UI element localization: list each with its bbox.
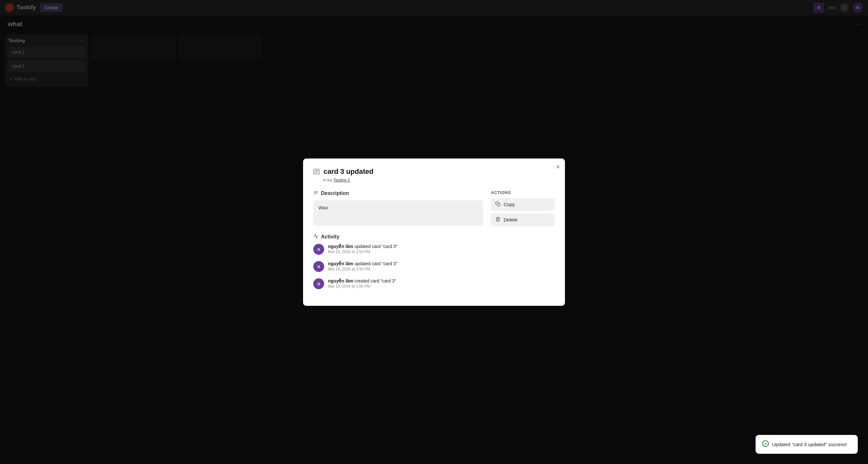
- activity-item-2: n nguyễn lâm updated card "card 3" Mar 1…: [313, 261, 483, 272]
- avatar-3: n: [313, 278, 324, 289]
- delete-label: Delete: [504, 217, 517, 223]
- activity-text-3: nguyễn lâm created card "card 3": [328, 278, 396, 284]
- actions-sidebar: Actions Copy: [491, 190, 555, 296]
- card-detail-modal: × card 3 updated in list Testing 2: [303, 158, 565, 306]
- activity-user: nguyễn lâm: [328, 261, 353, 266]
- activity-content-2: nguyễn lâm updated card "card 3" Mar 10,…: [328, 261, 397, 271]
- description-header: Description: [313, 190, 483, 197]
- avatar-2: n: [313, 261, 324, 272]
- actions-title: Actions: [491, 190, 555, 195]
- modal-main: Description Wao Activity n: [313, 190, 483, 296]
- activity-time-1: Mar 10, 2024 at 1:50 PM: [328, 250, 397, 254]
- toast-message: Updated "card 3 updated" success!: [772, 442, 847, 447]
- modal-close-button[interactable]: ×: [556, 164, 560, 170]
- svg-rect-7: [497, 203, 500, 206]
- modal-body: Description Wao Activity n: [313, 190, 555, 296]
- activity-user: nguyễn lâm: [328, 278, 353, 284]
- delete-button[interactable]: Delete: [491, 213, 555, 226]
- copy-label: Copy: [504, 202, 515, 207]
- trash-icon: [495, 217, 500, 223]
- modal-title-row: card 3 updated: [313, 168, 555, 176]
- toast-check-icon: [762, 440, 769, 449]
- avatar-1: n: [313, 244, 324, 255]
- description-title: Description: [321, 191, 349, 196]
- activity-text-1: nguyễn lâm updated card "card 3": [328, 244, 397, 249]
- card-detail-icon: [313, 168, 320, 176]
- copy-icon: [495, 201, 500, 208]
- toast-notification: Updated "card 3 updated" success!: [755, 435, 858, 454]
- activity-text-2: nguyễn lâm updated card "card 3": [328, 261, 397, 266]
- modal-overlay: × card 3 updated in list Testing 2: [0, 0, 868, 464]
- activity-icon: [313, 234, 318, 240]
- activity-time-2: Mar 10, 2024 at 1:50 PM: [328, 267, 397, 271]
- activity-title: Activity: [321, 234, 339, 240]
- activity-user: nguyễn lâm: [328, 244, 353, 249]
- activity-item-3: n nguyễn lâm created card "card 3" Mar 1…: [313, 278, 483, 289]
- activity-list: n nguyễn lâm updated card "card 3" Mar 1…: [313, 244, 483, 289]
- description-text[interactable]: Wao: [313, 200, 483, 226]
- activity-header: Activity: [313, 234, 483, 240]
- activity-item-1: n nguyễn lâm updated card "card 3" Mar 1…: [313, 244, 483, 255]
- copy-button[interactable]: Copy: [491, 198, 555, 211]
- activity-content-3: nguyễn lâm created card "card 3" Mar 10,…: [328, 278, 396, 289]
- modal-card-title: card 3 updated: [323, 168, 373, 176]
- list-name-link[interactable]: Testing 2: [333, 178, 350, 182]
- activity-content-1: nguyễn lâm updated card "card 3" Mar 10,…: [328, 244, 397, 254]
- modal-subtitle: in list Testing 2: [323, 178, 555, 182]
- activity-time-3: Mar 10, 2024 at 1:50 PM: [328, 284, 396, 289]
- in-list-label: in list: [323, 178, 333, 182]
- description-icon: [313, 190, 318, 197]
